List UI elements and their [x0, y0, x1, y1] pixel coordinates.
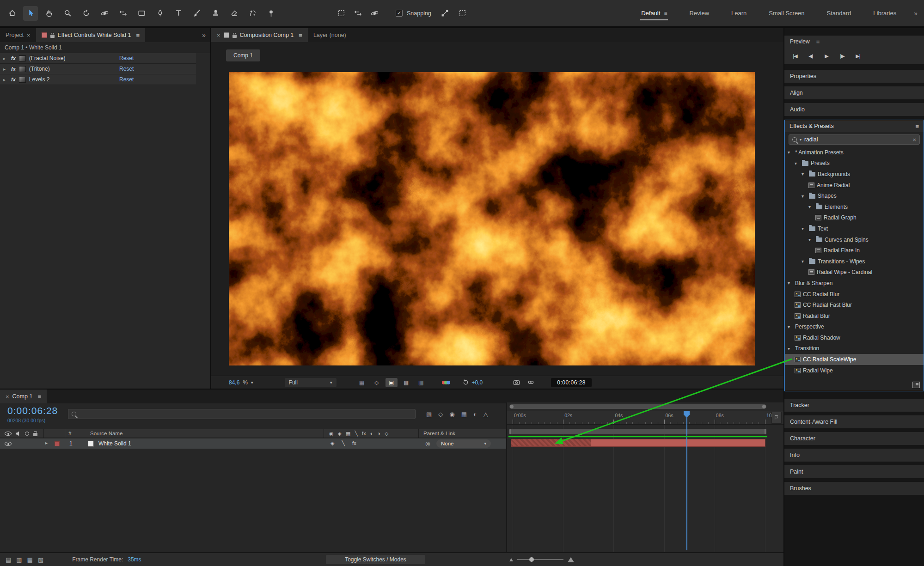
- workspace-learn[interactable]: Learn: [730, 7, 747, 19]
- quality-switch[interactable]: ╲: [342, 440, 345, 446]
- workspace-review[interactable]: Review: [688, 7, 710, 19]
- chevron-down-icon[interactable]: ▾: [808, 237, 814, 242]
- panel-overflow-icon[interactable]: »: [197, 28, 210, 42]
- work-area-bar[interactable]: [509, 429, 766, 434]
- panel-menu-icon[interactable]: ≡: [915, 123, 919, 130]
- first-frame-button[interactable]: |◀: [790, 51, 800, 61]
- chevron-down-icon[interactable]: ▾: [788, 346, 793, 351]
- workspace-default[interactable]: Default≡: [640, 7, 668, 19]
- chevron-down-icon[interactable]: ▾: [802, 194, 807, 199]
- zoom-slider-handle[interactable]: [529, 557, 534, 562]
- workspace-standard[interactable]: Standard: [826, 7, 852, 19]
- graph-editor-icon[interactable]: △: [483, 411, 488, 418]
- hide-shy-layers-icon[interactable]: ◉: [449, 411, 454, 418]
- expand-time-stretch-icon[interactable]: ▦: [27, 556, 33, 563]
- layer-disclosure-icon[interactable]: ▸: [45, 440, 48, 445]
- view-layout-button[interactable]: ▥: [415, 378, 427, 387]
- tree-item-anime-radial[interactable]: Anime Radial: [785, 180, 924, 191]
- snapping-checkbox[interactable]: ✓: [396, 10, 403, 17]
- tab-composition[interactable]: × Composition Comp 1 ≡: [211, 28, 308, 42]
- channels-button[interactable]: [442, 381, 450, 384]
- panel-menu-icon[interactable]: ≡: [37, 393, 41, 400]
- panel-tab-align[interactable]: Align: [784, 86, 924, 99]
- show-snapshot-icon[interactable]: [527, 379, 534, 386]
- tree-item-elements[interactable]: ▾Elements: [785, 201, 924, 213]
- shape-tool[interactable]: [134, 6, 149, 21]
- tree-item-radial-wipe-cardinal[interactable]: Radial Wipe - Cardinal: [785, 267, 924, 278]
- comp-timecode[interactable]: 0:00:06:28: [551, 378, 592, 387]
- reset-link[interactable]: Reset: [119, 66, 134, 72]
- chevron-down-icon[interactable]: ▾: [795, 161, 800, 166]
- timeline-timecode[interactable]: 0:00:06:28: [7, 405, 58, 416]
- close-icon[interactable]: ×: [27, 32, 31, 39]
- region-of-interest-button[interactable]: ▣: [386, 378, 398, 387]
- tree-item-transition[interactable]: ▾Transition: [785, 343, 924, 354]
- expand-layer-switches-icon[interactable]: ▤: [6, 556, 11, 563]
- pick-whip-icon[interactable]: ◎: [425, 440, 430, 447]
- puppet-pin-tool[interactable]: [263, 6, 278, 21]
- tab-effect-controls[interactable]: Effect Controls White Solid 1 ≡: [36, 28, 145, 42]
- tab-project[interactable]: Project ×: [0, 28, 36, 42]
- tree-item-curves-and-spins[interactable]: ▾Curves and Spins: [785, 234, 924, 245]
- snap-along-edges-button[interactable]: [438, 6, 453, 21]
- home-tool[interactable]: [5, 6, 19, 21]
- tree-item-blur-sharpen[interactable]: ▾Blur & Sharpen: [785, 278, 924, 289]
- resolution-select[interactable]: Full ▾: [285, 378, 337, 387]
- chevron-down-icon[interactable]: ▾: [802, 171, 807, 176]
- chevron-down-icon[interactable]: ▾: [788, 324, 793, 329]
- toggle-switches-modes-button[interactable]: Toggle Switches / Modes: [326, 555, 425, 564]
- panel-menu-icon[interactable]: ≡: [299, 32, 302, 39]
- effect-row-tritone[interactable]: ▸fx(Tritone)Reset: [0, 64, 196, 74]
- effects-search[interactable]: ▾ ×: [789, 134, 920, 145]
- tree-item-presets[interactable]: ▾Presets: [785, 158, 924, 169]
- motion-blur-icon[interactable]: ◐: [473, 411, 477, 418]
- layer-visibility-toggle[interactable]: [5, 442, 12, 446]
- tree-item-perspective[interactable]: ▾Perspective: [785, 322, 924, 333]
- chevron-down-icon[interactable]: ▾: [808, 204, 814, 209]
- clone-stamp-tool[interactable]: [208, 6, 223, 21]
- tab-layer[interactable]: Layer (none): [308, 28, 352, 42]
- roto-brush-tool[interactable]: [245, 6, 260, 21]
- tree-item-radial-shadow[interactable]: Radial Shadow: [785, 332, 924, 343]
- tree-item-radial-blur[interactable]: Radial Blur: [785, 310, 924, 322]
- unified-camera-tool[interactable]: [97, 6, 112, 21]
- play-button[interactable]: ▶: [821, 51, 832, 61]
- tree-item-animation-presets[interactable]: ▾* Animation Presets: [785, 147, 924, 158]
- chevron-down-icon[interactable]: ▾: [788, 280, 793, 286]
- tree-item-radial-graph[interactable]: Radial Graph: [785, 213, 924, 224]
- time-ruler[interactable]: 0:00s02s04s06s08s10s: [507, 411, 783, 425]
- rotation-tool[interactable]: [79, 6, 93, 21]
- disclosure-icon[interactable]: ▸: [3, 56, 8, 61]
- tree-item-shapes[interactable]: ▾Shapes: [785, 190, 924, 201]
- column-parent-link[interactable]: Parent & Link: [423, 431, 455, 436]
- panel-tab-character[interactable]: Character: [784, 432, 924, 445]
- column-source-name[interactable]: Source Name: [90, 431, 122, 436]
- tree-item-radial-flare-in[interactable]: Radial Flare In: [785, 245, 924, 256]
- effects-search-input[interactable]: [804, 136, 910, 143]
- lock-icon[interactable]: [233, 35, 237, 38]
- panel-menu-icon[interactable]: ≡: [136, 32, 140, 39]
- world-axis-mode-button[interactable]: [350, 6, 365, 21]
- lock-icon[interactable]: [50, 35, 55, 38]
- workspace-small-screen[interactable]: Small Screen: [768, 7, 805, 19]
- workspace-menu-icon[interactable]: ≡: [664, 10, 667, 17]
- view-axis-mode-button[interactable]: [367, 6, 382, 21]
- grid-and-guides-button[interactable]: ▦: [356, 378, 368, 387]
- clear-search-icon[interactable]: ×: [912, 136, 916, 143]
- collapse-switch[interactable]: ◈: [330, 440, 334, 446]
- chevron-down-icon[interactable]: ▾: [802, 226, 807, 231]
- tree-item-text[interactable]: ▾Text: [785, 223, 924, 234]
- next-frame-button[interactable]: |▶: [837, 51, 847, 61]
- panel-menu-icon[interactable]: ≡: [816, 38, 820, 45]
- reset-exposure-icon[interactable]: [462, 379, 469, 386]
- brush-tool[interactable]: [190, 6, 204, 21]
- magnification-select[interactable]: 84,6 % ▾: [229, 379, 253, 386]
- effects-switch[interactable]: fx: [352, 440, 356, 446]
- panel-tab-properties[interactable]: Properties: [784, 70, 924, 83]
- snapshot-icon[interactable]: [513, 379, 520, 386]
- disclosure-icon[interactable]: ▸: [3, 77, 8, 82]
- snap-to-frame-button[interactable]: [455, 6, 470, 21]
- composition-viewport-image[interactable]: [229, 72, 755, 365]
- tree-item-cc-radial-fast-blur[interactable]: CC Radial Fast Blur: [785, 299, 924, 310]
- close-icon[interactable]: ×: [6, 393, 9, 400]
